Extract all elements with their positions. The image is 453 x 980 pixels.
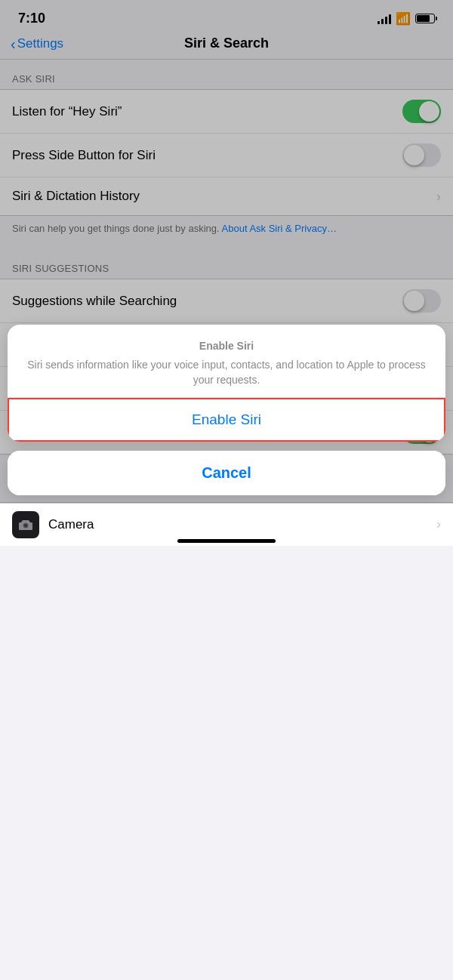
svg-point-4 (24, 524, 27, 527)
modal-title-section: Enable Siri Siri sends information like … (8, 325, 445, 397)
modal-title: Enable Siri (23, 340, 430, 352)
home-indicator (177, 539, 276, 543)
cancel-card: Cancel (8, 451, 445, 495)
modal-description: Siri sends information like your voice i… (23, 358, 430, 387)
modal-overlay: Enable Siri Siri sends information like … (0, 325, 453, 545)
enable-siri-button[interactable]: Enable Siri (8, 398, 445, 442)
cancel-button[interactable]: Cancel (8, 451, 445, 495)
enable-siri-modal: Enable Siri Siri sends information like … (8, 325, 445, 441)
enable-siri-label: Enable Siri (8, 398, 445, 442)
chevron-right-icon: › (436, 516, 441, 532)
camera-icon (12, 511, 39, 538)
camera-label: Camera (48, 517, 430, 532)
